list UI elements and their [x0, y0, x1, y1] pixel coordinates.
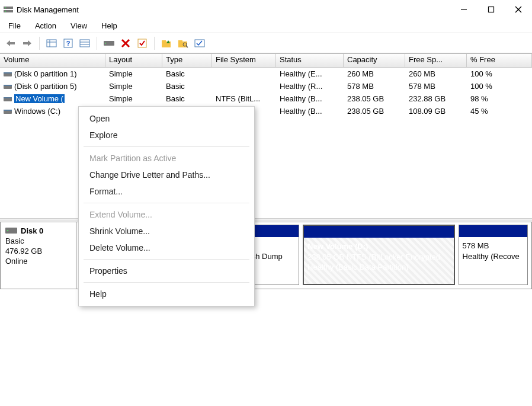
menu-item[interactable]: Help [79, 286, 254, 302]
menu-item: Mark Partition as Active [79, 150, 254, 167]
menu-item[interactable]: Delete Volume... [79, 239, 254, 256]
svg-rect-5 [489, 7, 494, 12]
forward-button[interactable] [20, 36, 34, 50]
col-free[interactable]: Free Sp... [405, 54, 467, 67]
col-filesystem[interactable]: File System [212, 54, 276, 67]
disk-drive-icon [5, 226, 17, 235]
menu-item[interactable]: Shrink Volume... [79, 223, 254, 239]
menu-file[interactable]: File [2, 20, 27, 31]
menu-item[interactable]: Format... [79, 183, 254, 200]
maximize-button[interactable] [477, 0, 505, 19]
disk-size: 476.92 GB [5, 247, 71, 255]
partition-block[interactable]: 578 MBHealthy (Recove [459, 225, 528, 285]
svg-marker-10 [28, 40, 31, 46]
svg-rect-17 [80, 40, 89, 47]
svg-point-2 [5, 7, 6, 8]
menu-separator [84, 203, 249, 203]
svg-rect-26 [162, 40, 166, 42]
table-row[interactable]: (Disk 0 partition 5)SimpleBasicHealthy (… [0, 80, 532, 92]
check-icon[interactable] [135, 36, 149, 50]
svg-point-21 [105, 43, 106, 44]
context-menu: OpenExploreMark Partition as ActiveChang… [78, 106, 255, 306]
help-icon[interactable]: ? [61, 36, 75, 50]
menu-item[interactable]: Change Drive Letter and Paths... [79, 167, 254, 183]
menu-item[interactable]: Explore [79, 127, 254, 143]
disk-info[interactable]: Disk 0 Basic 476.92 GB Online [1, 222, 76, 289]
col-capacity[interactable]: Capacity [344, 54, 405, 67]
menu-separator [84, 259, 249, 260]
back-button[interactable] [4, 36, 18, 50]
menu-separator [84, 282, 249, 283]
toolbar-separator [97, 37, 97, 50]
toolbar-separator [39, 37, 40, 50]
details-icon[interactable] [78, 36, 92, 50]
svg-text:?: ? [66, 40, 70, 47]
svg-rect-36 [4, 85, 12, 86]
folder-up-icon[interactable] [159, 36, 174, 50]
toolbar-separator [154, 37, 155, 50]
minimize-button[interactable] [450, 0, 477, 19]
menu-bar: File Action View Help [0, 19, 532, 33]
svg-marker-8 [7, 40, 10, 46]
col-status[interactable]: Status [276, 54, 344, 67]
svg-rect-9 [10, 42, 15, 44]
svg-rect-34 [4, 72, 12, 73]
svg-point-42 [7, 230, 8, 231]
menu-item[interactable]: Properties [79, 263, 254, 279]
svg-rect-29 [178, 40, 182, 42]
title-bar: Disk Management [0, 0, 532, 19]
app-icon [4, 5, 13, 14]
svg-point-3 [5, 11, 6, 12]
svg-rect-11 [23, 42, 28, 44]
table-row[interactable]: (Disk 0 partition 1)SimpleBasicHealthy (… [0, 68, 532, 80]
svg-rect-38 [4, 97, 12, 98]
svg-rect-40 [4, 110, 12, 111]
disk-type: Basic [5, 236, 71, 245]
folder-search-icon[interactable] [176, 36, 190, 50]
delete-icon[interactable] [118, 36, 133, 50]
menu-help[interactable]: Help [95, 20, 123, 31]
menu-item[interactable]: Open [79, 110, 254, 127]
partition-block[interactable]: New Volume (D:)238.05 GB NTFS (BitLocker… [303, 225, 454, 285]
col-layout[interactable]: Layout [105, 54, 162, 67]
menu-separator [84, 146, 249, 147]
app-title: Disk Management [17, 5, 79, 14]
col-pfree[interactable]: % Free [467, 54, 532, 67]
list-check-icon[interactable] [193, 36, 207, 50]
close-button[interactable] [505, 0, 532, 19]
menu-view[interactable]: View [65, 20, 93, 31]
disk-icon[interactable] [102, 36, 116, 50]
disk-status: Online [5, 257, 71, 266]
table-row[interactable]: New Volume (SimpleBasicNTFS (BitL...Heal… [0, 92, 532, 105]
panes-icon[interactable] [44, 36, 59, 50]
column-headers: Volume Layout Type File System Status Ca… [0, 53, 532, 68]
svg-rect-12 [47, 40, 56, 47]
col-volume[interactable]: Volume [0, 54, 105, 67]
toolbar: ? [0, 33, 532, 53]
menu-item: Extend Volume... [79, 206, 254, 223]
menu-action[interactable]: Action [29, 20, 62, 31]
col-type[interactable]: Type [162, 54, 212, 67]
disk-label: Disk 0 [21, 226, 43, 235]
